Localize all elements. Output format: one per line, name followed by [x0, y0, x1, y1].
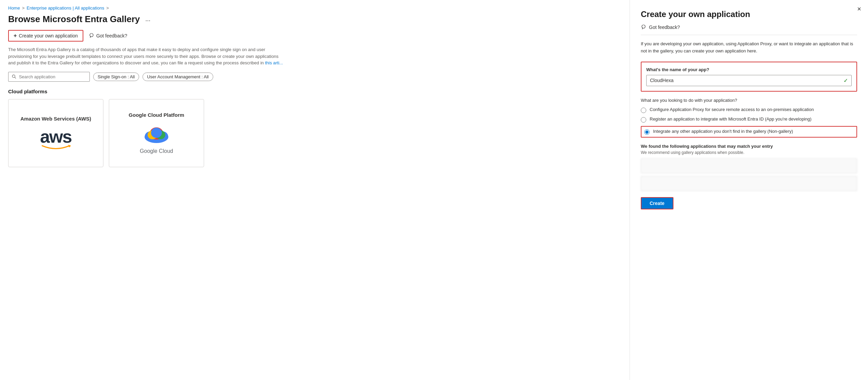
ellipsis-button[interactable]: ... [143, 15, 152, 23]
radio-options: Configure Application Proxy for secure r… [641, 107, 857, 138]
single-signon-filter[interactable]: Single Sign-on : All [93, 73, 139, 81]
drawer-description: If you are developing your own applicati… [641, 41, 857, 55]
radio-proxy-input[interactable] [641, 108, 646, 113]
search-input[interactable] [19, 74, 86, 79]
search-box[interactable] [8, 72, 90, 82]
gcp-logo: Google Cloud [140, 124, 173, 154]
page-title-row: Browse Microsoft Entra Gallery ... [8, 14, 621, 25]
description-link[interactable]: this arti... [265, 60, 283, 65]
user-account-filter[interactable]: User Account Management : All [143, 73, 213, 81]
search-icon [12, 74, 16, 79]
cloud-grid: Amazon Web Services (AWS) aws Google Clo… [8, 99, 621, 167]
svg-line-3 [15, 77, 16, 78]
drawer-feedback-label: Got feedback? [649, 25, 680, 30]
feedback-button[interactable]: Got feedback? [89, 33, 127, 38]
radio-proxy-label: Configure Application Proxy for secure r… [650, 107, 814, 112]
checkmark-icon: ✓ [844, 77, 848, 84]
radio-nongallery-label: Integrate any other application you don'… [653, 129, 793, 134]
breadcrumb-sep2: > [106, 5, 109, 11]
left-panel: Home > Enterprise applications | All app… [0, 0, 630, 380]
drawer-feedback-button[interactable]: Got feedback? [641, 25, 857, 35]
breadcrumb: Home > Enterprise applications | All app… [8, 5, 621, 11]
drawer-title: Create your own application [641, 10, 857, 19]
gallery-description: The Microsoft Entra App Gallery is a cat… [8, 46, 287, 66]
gcp-card-title: Google Cloud Platform [129, 112, 184, 118]
filter2-label: User Account Management : All [147, 74, 208, 79]
app-name-label: What's the name of your app? [646, 67, 852, 72]
match-item-1[interactable] [641, 158, 857, 173]
aws-card[interactable]: Amazon Web Services (AWS) aws [8, 99, 103, 167]
svg-point-12 [152, 131, 161, 138]
radio-register-label: Register an application to integrate wit… [650, 116, 812, 122]
gcp-card[interactable]: Google Cloud Platform Google Cloud [109, 99, 204, 167]
gcp-cloud-icon [143, 124, 170, 144]
right-panel: × Create your own application Got feedba… [630, 0, 868, 380]
radio-option-nongallery[interactable]: Integrate any other application you don'… [641, 126, 857, 138]
radio-register-input[interactable] [641, 117, 646, 123]
radio-option-proxy[interactable]: Configure Application Proxy for secure r… [641, 107, 857, 113]
aws-card-title: Amazon Web Services (AWS) [20, 116, 91, 122]
feedback-label: Got feedback? [96, 33, 127, 38]
create-own-app-button[interactable]: + Create your own application [8, 30, 83, 42]
app-name-input-row[interactable]: ✓ [646, 75, 852, 86]
svg-marker-4 [68, 145, 71, 147]
app-name-input[interactable] [650, 78, 844, 83]
breadcrumb-home[interactable]: Home [8, 5, 20, 11]
app-name-form-section: What's the name of your app? ✓ [641, 62, 857, 92]
aws-logo: aws [40, 128, 71, 150]
match-title: We found the following applications that… [641, 144, 857, 149]
aws-smile-icon [40, 144, 71, 150]
breadcrumb-sep1: > [22, 5, 25, 11]
match-section: We found the following applications that… [641, 144, 857, 191]
gcp-logo-text: Google Cloud [140, 148, 173, 154]
match-subtitle: We recommend using gallery applications … [641, 150, 857, 155]
radio-section-label: What are you looking to do with your app… [641, 98, 857, 103]
action-bar: + Create your own application Got feedba… [8, 30, 621, 42]
radio-nongallery-input[interactable] [644, 129, 650, 135]
match-item-2[interactable] [641, 176, 857, 191]
search-filter-row: Single Sign-on : All User Account Manage… [8, 72, 621, 82]
drawer-feedback-icon [641, 25, 646, 30]
svg-point-0 [90, 33, 93, 37]
breadcrumb-enterprise[interactable]: Enterprise applications | All applicatio… [27, 5, 104, 11]
radio-option-register[interactable]: Register an application to integrate wit… [641, 116, 857, 123]
svg-point-13 [642, 25, 645, 28]
create-application-button[interactable]: Create [641, 197, 673, 209]
close-button[interactable]: × [857, 5, 861, 12]
create-btn-label: Create your own application [19, 33, 78, 38]
page-title: Browse Microsoft Entra Gallery [8, 14, 140, 25]
feedback-icon [89, 33, 94, 38]
plus-icon: + [14, 33, 17, 39]
filter1-label: Single Sign-on : All [98, 74, 135, 79]
cloud-platforms-section-title: Cloud platforms [8, 89, 621, 94]
